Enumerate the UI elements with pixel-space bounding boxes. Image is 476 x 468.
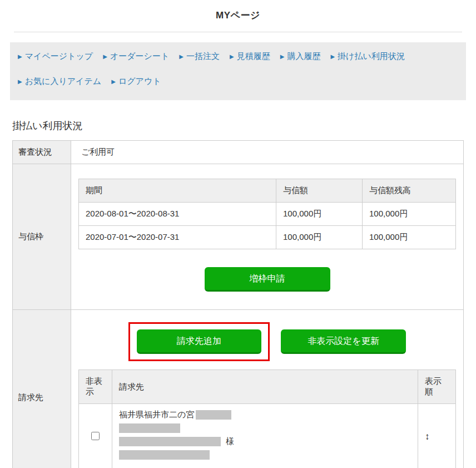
credit-cell: 期間 与信額 与信額残高 2020-08-01〜2020-08-31 100,0… <box>71 164 464 310</box>
credit-balance-value: 100,000円 <box>363 203 456 226</box>
redacted-text <box>119 423 180 433</box>
address-line <box>119 423 411 433</box>
billing-address-column-header: 請求先 <box>112 370 418 404</box>
table-row: 与信枠 期間 与信額 与信額残高 2020-08-01〜2020-08-31 1… <box>13 164 464 310</box>
nav-item-label: お気に入りアイテム <box>25 76 101 86</box>
nav-item-order-sheet[interactable]: ▶オーダーシート <box>103 51 169 62</box>
status-row-label: 審査状況 <box>13 141 71 164</box>
nav-item-favorites[interactable]: ▶お気に入りアイテム <box>18 76 101 87</box>
triangle-bullet-icon: ▶ <box>111 78 116 85</box>
triangle-bullet-icon: ▶ <box>230 53 234 60</box>
display-order-column-header: 表示順 <box>418 370 456 404</box>
credit-balance-value: 100,000円 <box>363 226 456 249</box>
billing-cell: 請求先追加 非表示設定を更新 非表示 請求先 表示順 <box>71 310 464 468</box>
credit-amount-column-header: 与信額 <box>276 179 363 203</box>
billing-address-table: 非表示 請求先 表示順 福井県福井市二の宮 <box>78 370 456 468</box>
redacted-text <box>196 410 231 420</box>
billing-row-label: 請求先 <box>13 310 71 468</box>
hide-checkbox-cell <box>79 404 112 468</box>
triangle-bullet-icon: ▶ <box>103 53 107 60</box>
nav-item-deferred-payment-status[interactable]: ▶掛け払い利用状況 <box>330 51 404 62</box>
address-line: 福井県福井市二の宮 <box>119 410 411 420</box>
nav-item-logout[interactable]: ▶ログアウト <box>111 76 161 87</box>
triangle-bullet-icon: ▶ <box>179 53 184 60</box>
address-text: 福井県福井市二の宮 <box>119 410 194 420</box>
table-header-row: 非表示 請求先 表示順 <box>79 370 456 404</box>
table-row: 請求先 請求先追加 非表示設定を更新 非表示 請求先 表示順 <box>13 310 464 468</box>
nav-item-label: マイページトップ <box>25 51 93 61</box>
billing-address-row: 福井県福井市二の宮 様 <box>79 404 456 468</box>
update-hidden-settings-button[interactable]: 非表示設定を更新 <box>281 329 406 354</box>
nav-item-label: 見積履歴 <box>237 51 270 61</box>
period-value: 2020-07-01〜2020-07-31 <box>79 226 276 249</box>
table-row: 2020-08-01〜2020-08-31 100,000円 100,000円 <box>79 203 456 226</box>
hide-checkbox[interactable] <box>91 432 100 440</box>
table-header-row: 期間 与信額 与信額残高 <box>79 179 456 203</box>
nav-item-purchase-history[interactable]: ▶購入履歴 <box>280 51 321 62</box>
title-divider <box>14 32 462 32</box>
page-title: MYページ <box>0 0 476 22</box>
triangle-bullet-icon: ▶ <box>280 53 285 60</box>
redacted-text <box>119 450 210 460</box>
nav-item-label: ログアウト <box>118 76 161 86</box>
redacted-text <box>119 437 221 446</box>
credit-amount-value: 100,000円 <box>276 203 363 226</box>
nav-item-label: オーダーシート <box>110 51 169 61</box>
credit-amount-value: 100,000円 <box>276 226 363 249</box>
triangle-bullet-icon: ▶ <box>330 53 335 60</box>
table-row: 2020-07-01〜2020-07-31 100,000円 100,000円 <box>79 226 456 249</box>
address-line: 様 <box>119 437 411 446</box>
period-column-header: 期間 <box>79 179 276 203</box>
sort-updown-arrow-icon[interactable]: ↕ <box>425 431 430 442</box>
increase-button-container: 増枠申請 <box>78 267 456 292</box>
mypage-nav: ▶マイページトップ ▶オーダーシート ▶一括注文 ▶見積履歴 ▶購入履歴 ▶掛け… <box>10 42 466 100</box>
credit-row-label: 与信枠 <box>13 164 71 310</box>
nav-item-label: 購入履歴 <box>287 51 320 61</box>
display-order-cell: ↕ <box>418 404 456 468</box>
increase-limit-button[interactable]: 増枠申請 <box>205 267 330 292</box>
credit-balance-column-header: 与信額残高 <box>363 179 456 203</box>
nav-item-quote-history[interactable]: ▶見積履歴 <box>230 51 270 62</box>
period-value: 2020-08-01〜2020-08-31 <box>79 203 276 226</box>
status-value: ご利用可 <box>71 141 464 164</box>
section-heading: 掛払い利用状況 <box>12 119 464 132</box>
nav-item-label: 一括注文 <box>186 51 220 61</box>
credit-limit-table: 期間 与信額 与信額残高 2020-08-01〜2020-08-31 100,0… <box>78 179 456 249</box>
nav-item-bulk-order[interactable]: ▶一括注文 <box>179 51 220 62</box>
hide-column-header: 非表示 <box>79 370 112 404</box>
nav-item-label: 掛け払い利用状況 <box>338 51 405 61</box>
table-row: 審査状況 ご利用可 <box>13 141 464 164</box>
add-billing-address-button[interactable]: 請求先追加 <box>137 329 261 354</box>
honorific-text: 様 <box>226 436 234 447</box>
triangle-bullet-icon: ▶ <box>18 78 22 85</box>
red-highlight-annotation: 請求先追加 <box>128 322 270 361</box>
triangle-bullet-icon: ▶ <box>18 53 22 60</box>
address-line <box>119 450 411 460</box>
deferred-payment-status-table: 審査状況 ご利用可 与信枠 期間 与信額 与信額残高 2020-08-01〜20… <box>12 140 464 468</box>
nav-item-mypage-top[interactable]: ▶マイページトップ <box>18 51 93 62</box>
billing-address-cell: 福井県福井市二の宮 様 <box>112 404 418 468</box>
billing-buttons-container: 請求先追加 非表示設定を更新 <box>78 322 456 361</box>
